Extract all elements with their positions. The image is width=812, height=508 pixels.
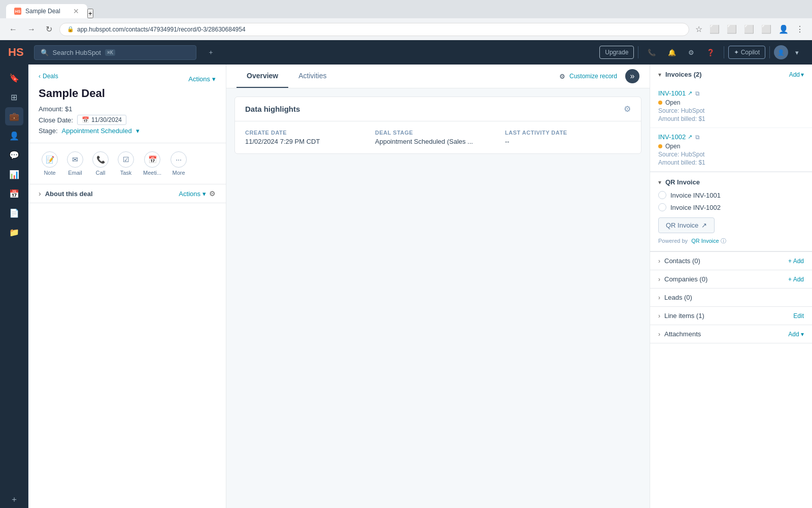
new-tab-button[interactable]: + (87, 9, 93, 18)
expand-button[interactable]: » (625, 69, 639, 83)
breadcrumb[interactable]: ‹ Deals (39, 73, 58, 80)
extension3-button[interactable]: ⬜ (742, 22, 756, 36)
tab-close-button[interactable]: ✕ (73, 7, 79, 15)
companies-row[interactable]: › Companies (0) + Add (650, 270, 812, 289)
contacts-add-button[interactable]: + Add (788, 258, 804, 265)
invoice-2-link[interactable]: INV-1002 ↗ (658, 133, 692, 141)
add-button[interactable]: ＋ (202, 45, 219, 60)
companies-add-button[interactable]: + Add (788, 276, 804, 283)
more-button[interactable]: ··· More (167, 149, 190, 178)
stage-dropdown-icon[interactable]: ▾ (136, 127, 140, 135)
phone-button[interactable]: 📞 (642, 46, 661, 59)
create-date-value: 11/02/2024 7:29 PM CDT (245, 138, 371, 145)
last-activity-col: LAST ACTIVITY DATE -- (505, 130, 631, 145)
customize-record-link[interactable]: Customize record (569, 73, 617, 80)
search-bar[interactable]: 🔍 Search HubSpot ⌘K (34, 45, 196, 60)
leads-row[interactable]: › Leads (0) (650, 289, 812, 307)
copilot-button[interactable]: ✦ Copilot (728, 46, 765, 59)
about-chevron-icon[interactable]: › (39, 189, 41, 198)
user-avatar[interactable]: 👤 (774, 45, 788, 59)
email-button[interactable]: ✉ Email (64, 149, 86, 178)
qr-radio-item-1: Invoice INV-1001 (658, 191, 804, 199)
powered-by: Powered by QR Invoice ⓘ (658, 237, 804, 245)
data-highlights-grid: CREATE DATE 11/02/2024 7:29 PM CDT DEAL … (235, 121, 641, 153)
deal-stage-value: Appointment Scheduled (Sales ... (375, 138, 501, 145)
invoice-1-card: INV-1001 ↗ ⧉ Open Source: HubSpot Amount… (650, 84, 812, 128)
divider3 (769, 46, 770, 58)
sidebar-item-chat[interactable]: 💬 (5, 146, 23, 164)
qr-section-title: QR Invoice (665, 178, 804, 186)
forward-button[interactable]: → (24, 23, 39, 36)
qr-section-header[interactable]: ▾ QR Invoice (658, 178, 804, 186)
extension2-button[interactable]: ⬜ (725, 22, 739, 36)
about-actions-button[interactable]: Actions ▾ (179, 190, 206, 198)
lock-icon: 🔒 (67, 26, 74, 33)
user-menu-button[interactable]: ▾ (790, 46, 804, 59)
more-label: More (173, 170, 185, 176)
invoice-1-link[interactable]: INV-1001 ↗ (658, 89, 692, 97)
left-panel: ‹ Deals Actions ▾ Sample Deal Amount: $1… (28, 65, 226, 508)
extension1-button[interactable]: ⬜ (707, 22, 722, 36)
right-panel: ▾ Invoices (2) Add ▾ INV-1001 ↗ ⧉ (650, 65, 812, 508)
profile-button[interactable]: 👤 (776, 22, 791, 36)
close-date-row: Close Date: 📅 11/30/2024 (39, 115, 216, 125)
task-button[interactable]: ☑ Task (115, 149, 137, 178)
tab-activities[interactable]: Activities (288, 65, 336, 88)
extension4-button[interactable]: ⬜ (759, 22, 773, 36)
contacts-row[interactable]: › Contacts (0) + Add (650, 252, 812, 270)
invoice-2-copy-button[interactable]: ⧉ (695, 134, 700, 141)
tab-overview[interactable]: Overview (236, 65, 288, 88)
address-bar[interactable]: 🔒 app.hubspot.com/contacts/47934991/reco… (59, 23, 689, 36)
invoice-1-copy-button[interactable]: ⧉ (695, 90, 700, 97)
browser-tab[interactable]: HS Sample Deal ✕ (6, 4, 87, 18)
left-panel-header: ‹ Deals Actions ▾ Sample Deal Amount: $1… (28, 65, 226, 143)
attachments-chevron-icon: › (658, 331, 660, 338)
center-panel: Overview Activities ⚙ Customize record » (226, 65, 650, 508)
upgrade-button[interactable]: Upgrade (599, 46, 634, 59)
attachments-add-button[interactable]: Add ▾ (788, 331, 804, 338)
refresh-button[interactable]: ↻ (43, 22, 55, 36)
powered-by-link[interactable]: QR Invoice (691, 238, 719, 244)
attachments-row[interactable]: › Attachments Add ▾ (650, 325, 812, 343)
sidebar-item-contacts[interactable]: 👤 (5, 126, 23, 145)
invoices-add-button[interactable]: Add ▾ (789, 71, 804, 78)
companies-chevron-icon: › (658, 276, 660, 283)
invoices-header[interactable]: ▾ Invoices (2) Add ▾ (650, 65, 812, 84)
data-highlights-title: Data highlights (245, 105, 300, 113)
about-settings-button[interactable]: ⚙ (209, 189, 216, 198)
call-button[interactable]: 📞 Call (89, 149, 112, 178)
line-items-edit-button[interactable]: Edit (793, 312, 804, 320)
email-label: Email (68, 170, 82, 176)
qr-radio-1[interactable] (658, 191, 666, 199)
sidebar-item-grid[interactable]: ⊞ (5, 88, 23, 106)
help-button[interactable]: ❓ (701, 46, 720, 59)
browser-toolbar: ← → ↻ 🔒 app.hubspot.com/contacts/4793499… (0, 18, 812, 40)
notifications-button[interactable]: 🔔 (663, 46, 681, 59)
qr-radio-2[interactable] (658, 203, 666, 211)
powered-by-label: Powered by (658, 238, 688, 244)
header-actions-button[interactable]: Actions ▾ (188, 75, 216, 83)
back-button[interactable]: ← (6, 23, 20, 36)
sidebar-item-add[interactable]: ＋ (5, 490, 23, 508)
sidebar-item-calendar[interactable]: 📅 (5, 184, 23, 203)
sidebar-item-folder[interactable]: 📁 (5, 223, 23, 241)
note-button[interactable]: 📝 Note (39, 149, 61, 178)
create-date-label: CREATE DATE (245, 130, 371, 136)
line-items-title: Line items (1) (664, 312, 789, 320)
stage-value[interactable]: Appointment Scheduled (62, 127, 132, 135)
qr-invoice-button[interactable]: QR Invoice ↗ (658, 217, 715, 233)
meeting-button[interactable]: 📅 Meeti... (140, 149, 164, 178)
close-date-input[interactable]: 📅 11/30/2024 (77, 115, 126, 125)
center-panel-header: Overview Activities ⚙ Customize record » (226, 65, 650, 88)
sidebar-item-documents[interactable]: 📄 (5, 204, 23, 222)
header-actions-chevron: ▾ (212, 75, 216, 83)
menu-button[interactable]: ⋮ (794, 22, 806, 36)
data-highlights-settings-button[interactable]: ⚙ (624, 104, 631, 114)
settings-button[interactable]: ⚙ (683, 46, 699, 59)
star-button[interactable]: ☆ (693, 22, 704, 36)
sidebar-item-bookmark[interactable]: 🔖 (5, 69, 23, 87)
breadcrumb-arrow: ‹ (39, 73, 41, 80)
sidebar-item-reports[interactable]: 📊 (5, 165, 23, 183)
sidebar-item-deals[interactable]: 💼 (5, 107, 23, 125)
line-items-row[interactable]: › Line items (1) Edit (650, 307, 812, 325)
